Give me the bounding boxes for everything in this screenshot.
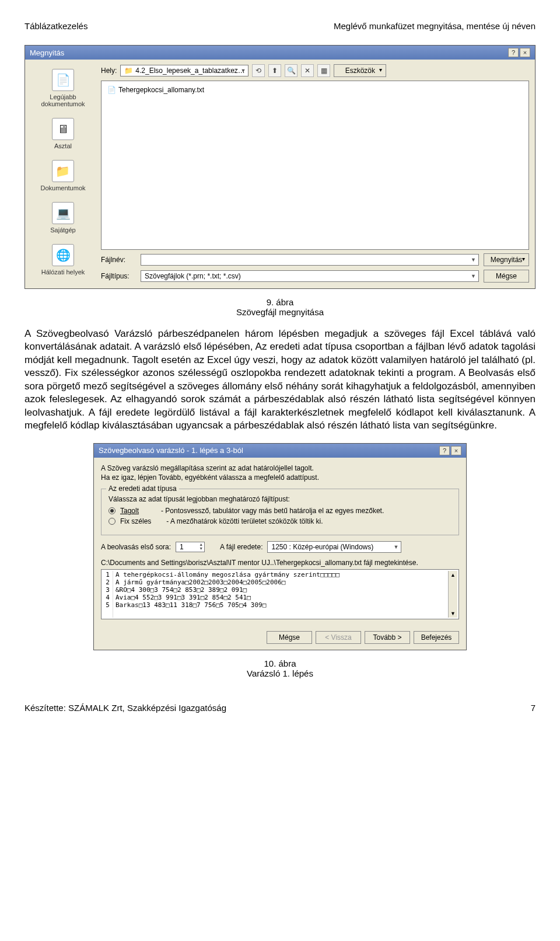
cancel-button[interactable]: Mégse bbox=[484, 270, 529, 283]
radio-delimited-desc: - Pontosvessző, tabulátor vagy más betű … bbox=[161, 507, 384, 515]
data-type-fieldset: Az eredeti adat típusa Válassza az adat … bbox=[101, 489, 459, 535]
folder-icon: 📁 bbox=[124, 67, 133, 75]
preview-box: 12345 A tehergépkocsi-állomány megoszlás… bbox=[101, 569, 459, 619]
help-icon[interactable]: ? bbox=[508, 48, 519, 57]
origin-value: 1250 : Közép-európai (Windows) bbox=[271, 543, 373, 551]
filetype-label: Fájltípus: bbox=[101, 272, 136, 280]
finish-button[interactable]: Befejezés bbox=[414, 631, 459, 644]
open-button[interactable]: Megnyitás bbox=[484, 253, 529, 266]
location-label: Hely: bbox=[101, 67, 117, 75]
sidebar-item-label: Sajátgép bbox=[50, 226, 75, 233]
filename-label: Fájlnév: bbox=[101, 256, 136, 264]
wizard-dialog: Szövegbeolvasó varázsló - 1. lépés a 3-b… bbox=[93, 443, 467, 651]
cancel-button[interactable]: Mégse bbox=[267, 631, 312, 644]
header-left: Táblázatkezelés bbox=[24, 21, 88, 31]
radio-fixed-desc: - A mezőhatárok közötti területet szóköz… bbox=[166, 517, 323, 525]
header-right: Meglévő munkafüzet megnyitása, mentése ú… bbox=[334, 21, 536, 31]
fieldset-legend: Az eredeti adat típusa bbox=[106, 485, 179, 493]
preview-path: C:\Documents and Settings\borisz\Asztal\… bbox=[101, 559, 459, 567]
up-icon[interactable]: ⬆ bbox=[268, 64, 281, 77]
close-icon[interactable]: × bbox=[451, 446, 461, 455]
chevron-down-icon[interactable]: ▼ bbox=[450, 611, 456, 616]
location-combo[interactable]: 📁 4.2_Elso_lepesek_a_tablazatkez… bbox=[120, 65, 249, 76]
desktop-icon: 🖥 bbox=[52, 118, 74, 140]
wizard-intro-1: A Szöveg varázsló megállapítása szerint … bbox=[101, 463, 459, 473]
sidebar-item-desktop[interactable]: 🖥 Asztal bbox=[51, 116, 75, 152]
sidebar-item-documents[interactable]: 📁 Dokumentumok bbox=[39, 158, 86, 194]
sidebar-item-network[interactable]: 🌐 Hálózati helyek bbox=[40, 242, 86, 278]
sidebar-item-label: Dokumentumok bbox=[40, 184, 85, 191]
tools-button[interactable]: Eszközök bbox=[334, 64, 386, 77]
computer-icon: 💻 bbox=[52, 202, 74, 224]
delete-icon[interactable]: ✕ bbox=[301, 64, 314, 77]
back-icon[interactable]: ⟲ bbox=[252, 64, 265, 77]
radio-delimited-label: Tagolt bbox=[120, 507, 139, 515]
sidebar-item-label: Legújabb dokumentumok bbox=[32, 93, 94, 107]
wizard-intro-2: Ha ez igaz, lépjen Tovább, egyébként vál… bbox=[101, 473, 459, 483]
figure-caption: Szövegfájl megnyitása bbox=[236, 307, 324, 317]
sidebar-item-label: Asztal bbox=[54, 142, 72, 149]
figure-caption: Varázsló 1. lépés bbox=[247, 668, 313, 678]
page-number: 7 bbox=[531, 703, 536, 713]
scrollbar[interactable]: ▲▼ bbox=[448, 571, 457, 618]
open-dialog: Megnyitás ? × 📄 Legújabb dokumentumok 🖥 … bbox=[24, 45, 536, 289]
search-icon[interactable]: 🔍 bbox=[285, 64, 298, 77]
radio-fixed-label: Fix széles bbox=[120, 517, 151, 525]
firstrow-label: A beolvasás első sora: bbox=[101, 543, 171, 551]
preview-content: A tehergépkocsi-állomány megoszlása gyár… bbox=[113, 571, 448, 618]
location-value: 4.2_Elso_lepesek_a_tablazatkez… bbox=[135, 67, 244, 75]
folder-icon: 📁 bbox=[52, 160, 74, 182]
file-name: Tehergepkocsi_allomany.txt bbox=[118, 86, 204, 94]
filetype-value: Szövegfájlok (*.prn; *.txt; *.csv) bbox=[145, 272, 241, 280]
file-icon: 📄 bbox=[107, 86, 116, 94]
preview-linenumbers: 12345 bbox=[103, 571, 113, 618]
close-icon[interactable]: × bbox=[520, 48, 530, 57]
sidebar-item-mycomputer[interactable]: 💻 Sajátgép bbox=[49, 200, 76, 236]
figure-number: 10. ábra bbox=[264, 658, 296, 668]
sidebar-item-recent[interactable]: 📄 Legújabb dokumentumok bbox=[31, 67, 95, 110]
views-icon[interactable]: ▦ bbox=[317, 64, 330, 77]
network-icon: 🌐 bbox=[52, 244, 74, 266]
dialog-title: Szövegbeolvasó varázsló - 1. lépés a 3-b… bbox=[99, 446, 243, 455]
firstrow-stepper[interactable]: 1 bbox=[176, 542, 205, 552]
fieldset-lead: Válassza az adat típusát legjobban megha… bbox=[108, 495, 452, 503]
origin-label: A fájl eredete: bbox=[220, 543, 262, 551]
next-button[interactable]: Tovább > bbox=[365, 631, 410, 644]
origin-combo[interactable]: 1250 : Közép-európai (Windows) bbox=[267, 541, 401, 553]
document-icon: 📄 bbox=[52, 69, 74, 91]
sidebar-item-label: Hálózati helyek bbox=[41, 269, 85, 276]
filetype-combo[interactable]: Szövegfájlok (*.prn; *.txt; *.csv) bbox=[141, 270, 479, 282]
file-list[interactable]: 📄 Tehergepkocsi_allomany.txt bbox=[101, 81, 529, 250]
figure-number: 9. ábra bbox=[267, 297, 294, 307]
list-item[interactable]: 📄 Tehergepkocsi_allomany.txt bbox=[105, 85, 525, 95]
back-button[interactable]: < Vissza bbox=[316, 631, 361, 644]
chevron-up-icon[interactable]: ▲ bbox=[450, 572, 456, 578]
body-paragraph: A Szövegbeolvasó Varázsló párbeszédpanel… bbox=[24, 327, 536, 433]
help-icon[interactable]: ? bbox=[439, 446, 450, 455]
dialog-title: Megnyitás bbox=[30, 48, 64, 57]
radio-delimited[interactable] bbox=[108, 507, 116, 514]
footer-left: Készítette: SZÁMALK Zrt, Szakképzési Iga… bbox=[24, 703, 226, 713]
radio-fixed[interactable] bbox=[108, 518, 116, 525]
filename-input[interactable] bbox=[141, 254, 479, 266]
